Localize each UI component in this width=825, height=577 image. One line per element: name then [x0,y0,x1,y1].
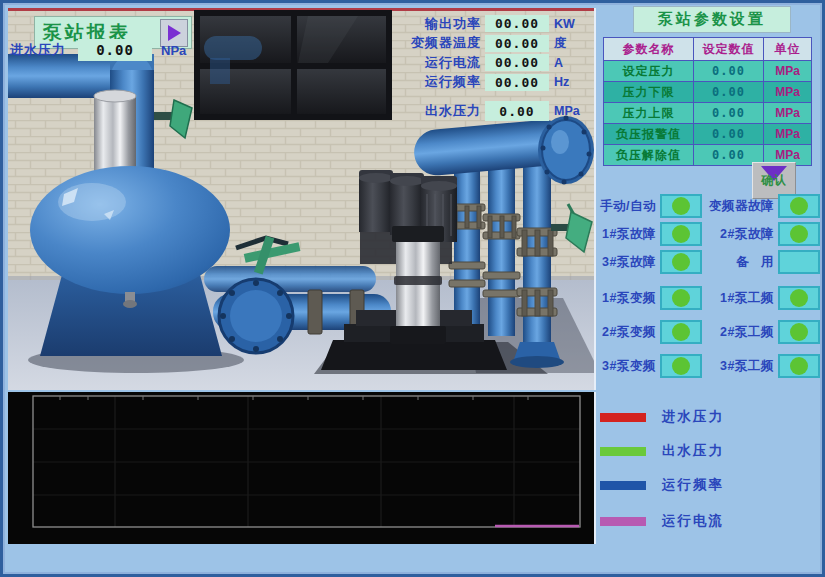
legend-inlet-pressure: 进水压力 [598,410,810,424]
indicator-manual-auto: 手动/自动 [594,192,702,220]
output-power-value: 00.00 [485,15,549,32]
indicator-pump2-vfd: 2#泵变频 [594,315,702,349]
indicator-vfd-fault: 变频器故障 [702,192,820,220]
row-set-pressure: 设定压力 0.00 MPa [604,61,812,82]
legend-run-frequency: 运行频率 [598,478,810,492]
inlet-pressure-unit: NPa [161,43,186,58]
pump1-vfd-lamp [660,286,702,310]
pressure-high-limit-input[interactable]: 0.00 [694,103,764,124]
pump3-mains-lamp [778,354,820,378]
manual-auto-lamp [660,194,702,218]
settings-table: 参数名称 设定数值 单位 设定压力 0.00 MPa 压力下限 0.00 MPa… [603,37,812,166]
pump1-fault-lamp [660,222,702,246]
pump-station-hmi: 泵站报表 进水压力 0.00 NPa 输出功率 00.00 KW 变频器温度 0… [0,0,825,577]
indicator-pump3-mains: 3#泵工频 [702,349,820,383]
window [194,10,392,120]
pump3-fault-lamp [660,250,702,274]
trend-chart [8,392,596,544]
run-current-value: 00.00 [485,54,549,71]
row-pressure-low-limit: 压力下限 0.00 MPa [604,82,812,103]
legend-run-current: 运行电流 [598,514,810,528]
indicator-pump3-fault: 3#泵故障 [594,248,702,276]
indicator-pump1-fault: 1#泵故障 [594,220,702,248]
pump1-mains-lamp [778,286,820,310]
confirm-button-label: 确认 [761,172,787,189]
run-current-swatch [600,517,646,526]
pressure-low-limit-input[interactable]: 0.00 [694,82,764,103]
inverter-temp-value: 00.00 [485,35,549,52]
row-pressure-high-limit: 压力上限 0.00 MPa [604,103,812,124]
legend-outlet-pressure: 出水压力 [598,444,810,458]
outlet-pressure-swatch [600,447,646,456]
spare-lamp [778,250,820,274]
set-pressure-input[interactable]: 0.00 [694,61,764,82]
pump2-fault-lamp [778,222,820,246]
inlet-pressure-value: 0.00 [78,39,152,61]
param-run-frequency: 运行频率 00.00 Hz [386,73,584,92]
indicator-pump3-vfd: 3#泵变频 [594,349,702,383]
trend-chart-plot [8,392,594,544]
header-param-name: 参数名称 [604,38,694,61]
inlet-pressure-swatch [600,413,646,422]
inlet-pressure-label: 进水压力 [10,41,78,59]
pump3-vfd-lamp [660,354,702,378]
vfd-fault-lamp [778,194,820,218]
settings-panel-title: 泵站参数设置 [633,6,791,33]
inlet-pressure-display: 进水压力 0.00 NPa [10,38,186,62]
trend-legend: 进水压力 出水压力 运行频率 运行电流 [598,410,810,548]
outlet-pressure-display: 出水压力 0.00 MPa [386,101,584,122]
output-parameters: 输出功率 00.00 KW 变频器温度 00.00 度 运行电流 00.00 A… [386,14,584,122]
indicator-pump2-fault: 2#泵故障 [702,220,820,248]
param-run-current: 运行电流 00.00 A [386,53,584,72]
header-unit: 单位 [764,38,812,61]
outlet-pressure-value: 0.00 [485,101,549,121]
negative-pressure-alarm-input[interactable]: 0.00 [694,124,764,145]
indicator-pump2-mains: 2#泵工频 [702,315,820,349]
param-output-power: 输出功率 00.00 KW [386,14,584,33]
row-negative-pressure-alarm: 负压报警值 0.00 MPa [604,124,812,145]
pump2-mains-lamp [778,320,820,344]
indicator-pump1-vfd: 1#泵变频 [594,281,702,315]
pump-station-3d-view: 泵站报表 进水压力 0.00 NPa 输出功率 00.00 KW 变频器温度 0… [8,8,596,390]
run-frequency-swatch [600,481,646,490]
indicator-spare: 备 用 [702,248,820,276]
status-indicators: 手动/自动 变频器故障 1#泵故障 2#泵故障 3#泵故障 [594,192,820,383]
header-set-value: 设定数值 [694,38,764,61]
param-inverter-temp: 变频器温度 00.00 度 [386,34,584,53]
pump2-vfd-lamp [660,320,702,344]
indicator-pump1-mains: 1#泵工频 [702,281,820,315]
settings-table-header: 参数名称 设定数值 单位 [604,38,812,61]
run-frequency-value: 00.00 [485,74,549,91]
